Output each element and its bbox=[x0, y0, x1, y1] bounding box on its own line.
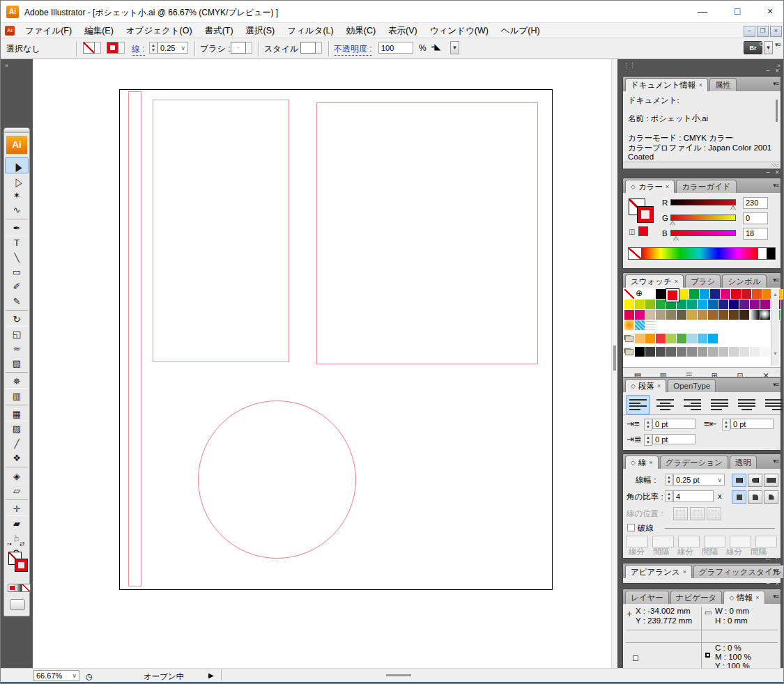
bridge-dropdown[interactable]: ▼ bbox=[764, 41, 773, 54]
round-join-button[interactable] bbox=[748, 490, 762, 504]
tab-appearance[interactable]: アピアランス× bbox=[625, 565, 692, 578]
swatch-13007C[interactable] bbox=[729, 300, 739, 310]
tool-line-tool[interactable]: ╲ bbox=[6, 250, 28, 265]
swatch-F7BE68[interactable] bbox=[635, 334, 645, 344]
tab-close-icon[interactable]: × bbox=[666, 183, 669, 190]
control-bar-menu-icon[interactable]: ▾≡ bbox=[775, 41, 781, 48]
projecting-cap-button[interactable] bbox=[764, 474, 778, 487]
tool-magic-wand-tool[interactable]: ✶ bbox=[6, 188, 28, 203]
panel-menu-icon[interactable]: ▾≡ bbox=[773, 593, 778, 600]
panel-menu-icon[interactable]: ▾≡ bbox=[773, 458, 778, 465]
swatch-B2B2B2[interactable] bbox=[708, 347, 718, 357]
swatch-3F2610[interactable] bbox=[739, 310, 750, 320]
shape-circle[interactable] bbox=[198, 401, 356, 559]
menu-item[interactable]: 書式(T) bbox=[199, 23, 240, 38]
panel-cycle-icon[interactable]: ◇ bbox=[631, 382, 636, 389]
dash-field[interactable] bbox=[678, 536, 700, 547]
style-swatch[interactable] bbox=[300, 42, 316, 54]
none-mode-button[interactable] bbox=[22, 584, 31, 592]
tool-rotate-tool[interactable]: ↻ bbox=[6, 310, 28, 327]
swatch-FFE600[interactable] bbox=[679, 289, 689, 300]
panel-menu-icon[interactable]: ▾≡ bbox=[773, 381, 778, 388]
scroll-down-icon[interactable]: ▼ bbox=[771, 351, 779, 356]
tab-close-icon[interactable]: × bbox=[675, 278, 678, 285]
swatch-7F4F21[interactable] bbox=[718, 310, 729, 320]
swatch-D2D2D2[interactable] bbox=[729, 347, 739, 357]
swatch-54C2F0[interactable] bbox=[698, 334, 708, 344]
tab-close-icon[interactable]: × bbox=[699, 81, 702, 88]
document-close-button[interactable]: × bbox=[770, 26, 782, 37]
tab-layers[interactable]: レイヤー bbox=[625, 591, 669, 604]
panel-close-icon[interactable]: × bbox=[775, 169, 779, 176]
tab-stroke[interactable]: ◇線× bbox=[625, 456, 659, 469]
swatch-A0A0A0[interactable] bbox=[698, 347, 708, 357]
spectrum-white[interactable] bbox=[758, 248, 767, 259]
stroke-color-dropdown[interactable] bbox=[118, 42, 125, 54]
tab-close-icon[interactable]: × bbox=[649, 459, 652, 466]
swatch-ABA082[interactable] bbox=[656, 310, 666, 320]
swatch-grad-bw[interactable] bbox=[750, 310, 760, 320]
miter-join-button[interactable] bbox=[732, 490, 746, 504]
swatch-8E8E8E[interactable] bbox=[687, 347, 698, 357]
stepper-up-icon[interactable]: ▲ bbox=[151, 43, 155, 48]
panel-close-icon[interactable]: × bbox=[775, 264, 779, 271]
spectrum-none-swatch[interactable] bbox=[629, 248, 642, 259]
tab-info[interactable]: ◇情報× bbox=[723, 591, 764, 604]
swatch-E3007F[interactable] bbox=[721, 289, 731, 300]
color-stroke-box[interactable] bbox=[637, 206, 654, 223]
tool-scale-tool[interactable]: ◱ bbox=[6, 327, 28, 341]
zoom-level-combo[interactable]: 66.67% ∨ bbox=[33, 670, 79, 681]
swatch-000000[interactable] bbox=[635, 347, 645, 357]
swatch-F7F7F7[interactable] bbox=[760, 347, 771, 357]
panel-minimize-icon[interactable]: − bbox=[766, 445, 770, 452]
tab-gradient[interactable]: グラデーション bbox=[660, 456, 728, 469]
align-left-button[interactable] bbox=[626, 395, 650, 414]
swatch-666666[interactable] bbox=[666, 347, 677, 357]
swatch-00AEEF[interactable] bbox=[708, 334, 718, 344]
tab-close-icon[interactable]: × bbox=[755, 594, 759, 601]
b-value-field[interactable]: 18 bbox=[743, 228, 768, 240]
swatch-E4007F[interactable] bbox=[635, 310, 645, 320]
round-cap-button[interactable] bbox=[748, 474, 762, 487]
tab-brushes[interactable]: ブラシ bbox=[685, 274, 721, 288]
r-value-field[interactable]: 230 bbox=[743, 197, 768, 209]
swatch-55A946[interactable] bbox=[677, 334, 687, 344]
swatch-grad-sphere[interactable] bbox=[760, 310, 771, 320]
tab-swatches[interactable]: スウォッチ× bbox=[625, 274, 684, 288]
justify-last-center-button[interactable] bbox=[735, 395, 759, 414]
menu-item[interactable]: 編集(E) bbox=[78, 23, 120, 38]
tool-live-paint-selection-tool[interactable]: ▱ bbox=[6, 483, 28, 498]
swatch-CBC0A5[interactable] bbox=[645, 310, 656, 320]
tool-blend-tool[interactable]: ❖ bbox=[6, 451, 28, 465]
tab-attributes[interactable]: 属性 bbox=[709, 78, 737, 91]
swatch-00A040[interactable] bbox=[689, 289, 700, 300]
swatch-7A7A7A[interactable] bbox=[677, 347, 687, 357]
swatch-pat-orange[interactable] bbox=[624, 320, 635, 331]
stroke-panel-link[interactable]: 線 : bbox=[132, 43, 145, 56]
menu-item[interactable]: 効果(C) bbox=[340, 23, 382, 38]
align-stroke-inside-button[interactable] bbox=[690, 507, 705, 520]
swatch-00AEEF[interactable] bbox=[698, 300, 708, 310]
g-value-field[interactable]: 0 bbox=[743, 212, 768, 224]
scroll-up-icon[interactable]: ▲ bbox=[771, 289, 779, 297]
panel-menu-icon[interactable]: ▾≡ bbox=[773, 567, 778, 574]
select-similar-dropdown[interactable]: ▼ bbox=[450, 41, 459, 54]
spectrum-gradient[interactable] bbox=[642, 248, 758, 259]
swatch-A7D7E8[interactable] bbox=[687, 334, 698, 344]
swatch-FFFFFF[interactable] bbox=[645, 289, 656, 300]
swatch-8DC21F[interactable] bbox=[645, 300, 656, 310]
swatch-A0642C[interactable] bbox=[708, 310, 718, 320]
shape-rectangle-left[interactable] bbox=[153, 100, 289, 362]
swatch-22AC38[interactable] bbox=[656, 300, 666, 310]
swatch-515151[interactable] bbox=[656, 347, 666, 357]
panel-cycle-icon[interactable]: ◇ bbox=[631, 459, 636, 466]
tab-symbols[interactable]: シンボル bbox=[722, 274, 766, 288]
swatch-E0E0E0[interactable] bbox=[739, 347, 750, 357]
gamut-color-swatch[interactable] bbox=[638, 226, 648, 236]
swatch-601986[interactable] bbox=[739, 300, 750, 310]
miter-stepper[interactable]: ▲▼ bbox=[665, 490, 673, 502]
g-slider-pointer[interactable] bbox=[670, 221, 675, 226]
tab-color[interactable]: ◇カラー× bbox=[625, 180, 675, 193]
swatch-folder[interactable] bbox=[624, 334, 635, 344]
tool-pencil-tool[interactable]: ✎ bbox=[6, 294, 28, 309]
